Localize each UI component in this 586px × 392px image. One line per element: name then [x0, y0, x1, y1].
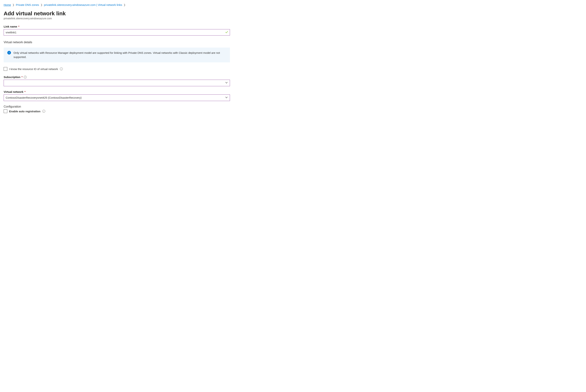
- info-tooltip-icon[interactable]: i: [24, 76, 27, 78]
- breadcrumb-vnet-links[interactable]: privatelink.siterecovery.windowsazure.co…: [44, 3, 122, 6]
- enable-auto-registration-label[interactable]: Enable auto registration: [9, 110, 41, 113]
- info-banner: i Only virtual networks with Resource Ma…: [4, 48, 230, 62]
- breadcrumb: Home ❯ Private DNS zones ❯ privatelink.s…: [4, 3, 582, 6]
- page-title: Add virtual network link: [4, 10, 582, 16]
- subscription-label: Subscription * i: [4, 76, 582, 78]
- virtual-network-label: Virtual network *: [4, 90, 582, 93]
- know-resource-id-checkbox[interactable]: [4, 67, 7, 71]
- link-name-label: Link name *: [4, 25, 582, 28]
- info-tooltip-icon[interactable]: i: [42, 110, 45, 113]
- virtual-network-select[interactable]: ContosoDisasterRecoveryvnet425 (ContosoD…: [4, 94, 230, 101]
- info-banner-text: Only virtual networks with Resource Mana…: [14, 51, 226, 59]
- required-indicator: *: [25, 90, 26, 93]
- breadcrumb-home[interactable]: Home: [4, 3, 11, 6]
- link-name-input[interactable]: [4, 29, 230, 36]
- chevron-right-icon: ❯: [13, 4, 15, 6]
- chevron-right-icon: ❯: [124, 4, 126, 6]
- page-subtitle: privatelink.siterecovery.windowsazure.co…: [4, 17, 582, 20]
- configuration-heading: Configuration: [4, 105, 582, 108]
- subscription-select[interactable]: [4, 80, 230, 86]
- chevron-right-icon: ❯: [41, 4, 43, 6]
- info-icon: i: [7, 51, 11, 54]
- know-resource-id-label[interactable]: I know the resource ID of virtual networ…: [9, 68, 58, 70]
- breadcrumb-private-dns-zones[interactable]: Private DNS zones: [16, 3, 39, 6]
- required-indicator: *: [22, 76, 23, 78]
- info-tooltip-icon[interactable]: i: [60, 68, 63, 70]
- vnet-details-heading: Virtual network details: [4, 41, 582, 44]
- required-indicator: *: [18, 25, 19, 28]
- enable-auto-registration-checkbox[interactable]: [4, 110, 7, 113]
